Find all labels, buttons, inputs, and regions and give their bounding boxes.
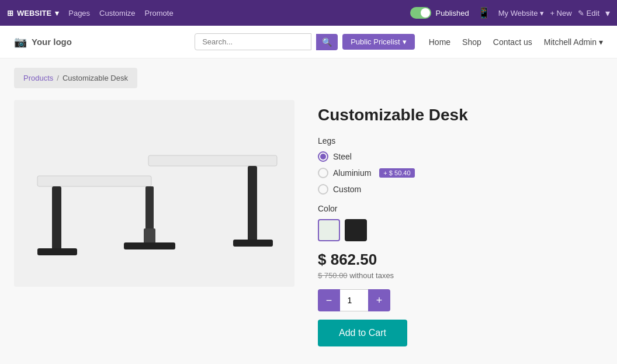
- quantity-row: − +: [318, 289, 603, 311]
- price-crossed: $ 750.00: [318, 271, 348, 280]
- nav-home[interactable]: Home: [429, 37, 450, 47]
- admin-bar-right: Published 📱 My Website ▾ + New ✎ Edit ▾: [410, 6, 610, 19]
- main-content: Products / Customizable Desk: [0, 58, 617, 364]
- publish-toggle-container: Published: [410, 7, 469, 19]
- edit-button[interactable]: ✎ Edit: [578, 9, 599, 18]
- svg-rect-1: [148, 155, 277, 166]
- product-layout: Customizable Desk Legs Steel Aluminium +…: [14, 100, 603, 346]
- pricelist-button[interactable]: Public Pricelist ▾: [342, 34, 415, 50]
- logo-area: 📷 Your logo: [14, 36, 72, 48]
- nav-shop[interactable]: Shop: [462, 37, 481, 47]
- legs-steel-radio[interactable]: [318, 151, 328, 162]
- nav-contact[interactable]: Contact us: [493, 37, 532, 47]
- mobile-preview-icon[interactable]: 📱: [477, 6, 490, 19]
- color-swatches: [318, 219, 603, 241]
- legs-label: Legs: [318, 136, 603, 145]
- price-sub: $ 750.00 without taxes: [318, 271, 603, 280]
- brand-chevron-icon: ▾: [55, 9, 59, 18]
- quantity-increase-button[interactable]: +: [368, 289, 390, 311]
- price-suffix: without taxes: [349, 271, 394, 280]
- camera-icon: 📷: [14, 36, 27, 48]
- new-button[interactable]: + New: [550, 9, 571, 18]
- legs-steel-radio-inner: [320, 154, 326, 160]
- color-option-group: Color: [318, 204, 603, 241]
- site-header: 📷 Your logo 🔍 Public Pricelist ▾ Home Sh…: [0, 26, 617, 58]
- svg-rect-5: [233, 240, 273, 247]
- customize-link[interactable]: Customize: [99, 9, 135, 18]
- aluminium-price-badge: + $ 50.40: [379, 168, 414, 178]
- logo-text: Your logo: [32, 37, 72, 47]
- legs-custom-option[interactable]: Custom: [318, 184, 603, 195]
- admin-chevron-icon: ▾: [599, 37, 603, 47]
- publish-label: Published: [436, 9, 469, 18]
- legs-aluminium-radio[interactable]: [318, 168, 328, 178]
- color-swatch-black[interactable]: [345, 219, 367, 241]
- product-image-container: [14, 100, 294, 287]
- pricelist-label: Public Pricelist: [351, 37, 400, 46]
- legs-option-group: Legs Steel Aluminium + $ 50.40 Custom: [318, 136, 603, 195]
- my-website-label: My Website: [498, 9, 538, 18]
- new-label: + New: [550, 9, 571, 18]
- my-website-button[interactable]: My Website ▾: [498, 9, 545, 18]
- edit-label: Edit: [587, 9, 599, 18]
- pricelist-chevron-icon: ▾: [403, 37, 407, 46]
- breadcrumb: Products / Customizable Desk: [14, 68, 137, 88]
- publish-toggle[interactable]: [410, 7, 431, 19]
- legs-custom-label: Custom: [333, 185, 361, 194]
- color-label: Color: [318, 204, 603, 213]
- breadcrumb-separator: /: [57, 74, 59, 82]
- my-website-chevron-icon: ▾: [540, 9, 544, 18]
- svg-rect-0: [37, 176, 151, 186]
- website-brand[interactable]: ⊞ WEBSITE ▾: [7, 9, 59, 18]
- product-image: [20, 106, 289, 281]
- price-main: $ 862.50: [318, 251, 603, 269]
- promote-link[interactable]: Promote: [145, 9, 174, 18]
- pencil-icon: ✎: [578, 9, 584, 18]
- site-nav: Home Shop Contact us Mitchell Admin ▾: [429, 37, 603, 47]
- admin-user-label: Mitchell Admin: [544, 37, 597, 47]
- product-details: Customizable Desk Legs Steel Aluminium +…: [318, 100, 603, 346]
- brand-label: WEBSITE: [17, 9, 51, 18]
- svg-rect-4: [248, 166, 257, 242]
- svg-rect-2: [52, 186, 61, 251]
- search-input[interactable]: [195, 33, 311, 50]
- breadcrumb-current: Customizable Desk: [63, 74, 128, 82]
- quantity-decrease-button[interactable]: −: [318, 289, 340, 311]
- admin-user-button[interactable]: Mitchell Admin ▾: [544, 37, 603, 47]
- legs-custom-radio[interactable]: [318, 184, 328, 195]
- admin-bar: ⊞ WEBSITE ▾ Pages Customize Promote Publ…: [0, 0, 617, 26]
- svg-rect-8: [124, 242, 175, 249]
- pages-link[interactable]: Pages: [68, 9, 90, 18]
- legs-steel-label: Steel: [333, 152, 352, 161]
- quantity-input[interactable]: [340, 289, 368, 311]
- svg-rect-3: [37, 248, 77, 255]
- more-options-button[interactable]: ▾: [605, 8, 610, 19]
- product-title: Customizable Desk: [318, 106, 603, 124]
- breadcrumb-products-link[interactable]: Products: [23, 74, 53, 82]
- search-button[interactable]: 🔍: [316, 34, 338, 50]
- legs-steel-option[interactable]: Steel: [318, 151, 603, 162]
- svg-rect-7: [144, 228, 155, 245]
- legs-aluminium-option[interactable]: Aluminium + $ 50.40: [318, 168, 603, 178]
- color-swatch-white[interactable]: [318, 219, 340, 241]
- add-to-cart-button[interactable]: Add to Cart: [318, 320, 407, 346]
- grid-icon: ⊞: [7, 9, 13, 18]
- admin-bar-left: ⊞ WEBSITE ▾ Pages Customize Promote: [7, 9, 401, 18]
- legs-aluminium-label: Aluminium: [333, 168, 371, 178]
